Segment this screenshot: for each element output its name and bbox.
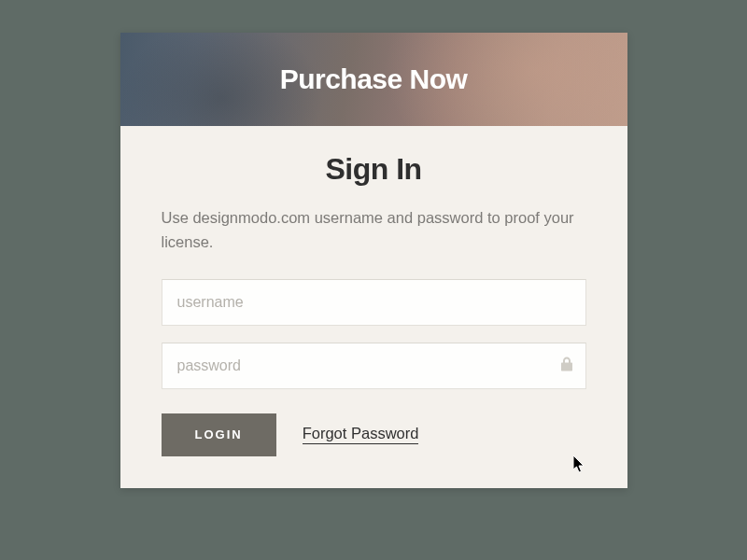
card-header: Purchase Now — [120, 33, 627, 126]
username-field-wrap — [162, 279, 586, 326]
forgot-password-link[interactable]: Forgot Password — [303, 425, 419, 444]
header-title: Purchase Now — [280, 63, 468, 95]
signin-title: Sign In — [162, 152, 586, 187]
actions-row: LOGIN Forgot Password — [162, 413, 586, 456]
password-field-wrap — [162, 343, 586, 389]
login-button[interactable]: LOGIN — [162, 413, 276, 456]
password-input[interactable] — [162, 343, 586, 389]
signin-instruction: Use designmodo.com username and password… — [162, 205, 586, 255]
card-content: Sign In Use designmodo.com username and … — [120, 126, 627, 488]
username-input[interactable] — [162, 279, 586, 326]
signin-card: Purchase Now Sign In Use designmodo.com … — [120, 33, 627, 488]
